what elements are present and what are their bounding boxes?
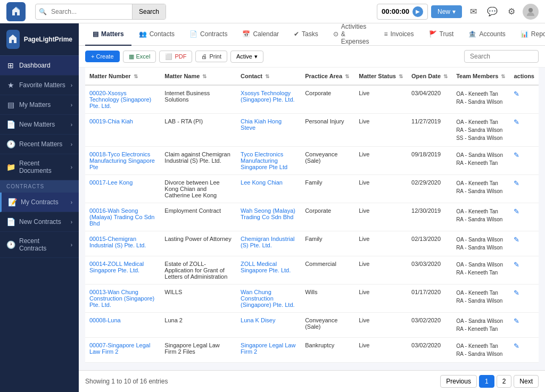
timer-area: 00:00:00 ▶ New ▾ ✉ 💬 ⚙ <box>377 4 539 20</box>
edit-icon[interactable]: ✎ <box>514 151 519 159</box>
edit-icon[interactable]: ✎ <box>514 317 519 325</box>
sidebar-logo: PageLightPrime <box>0 23 79 56</box>
contact-link[interactable]: Xsosys Technology (Singapore) Pte. Ltd. <box>241 90 295 103</box>
col-actions: actions <box>509 68 539 85</box>
tab-reports[interactable]: 📊 Reports <box>513 23 545 46</box>
previous-button[interactable]: Previous <box>440 375 477 388</box>
contact-link[interactable]: Luna K Disey <box>241 317 275 323</box>
sidebar-item-recent-matters[interactable]: 🕐 Recent Matters › <box>0 135 79 154</box>
contracts-section-header: Contracts <box>0 180 79 193</box>
create-button[interactable]: + Create <box>85 51 120 62</box>
print-button[interactable]: 🖨 Print <box>195 51 227 62</box>
cell-matter-status: Live <box>354 338 407 363</box>
active-filter[interactable]: Active ▾ <box>230 51 263 63</box>
contact-link[interactable]: Lee Kong Chian <box>241 179 283 186</box>
new-contract-icon: 📄 <box>6 218 15 226</box>
col-matter-name[interactable]: Matter Name ⇅ <box>160 68 236 85</box>
col-contact[interactable]: Contact ⇅ <box>236 68 301 85</box>
table-search-input[interactable] <box>464 50 539 63</box>
tab-matters[interactable]: ▤ Matters <box>85 23 131 46</box>
cell-contact: Tyco Electronics Manufacturing Singapore… <box>236 147 301 175</box>
search-button[interactable]: Search <box>132 4 166 20</box>
cell-practice-area: Family <box>301 231 354 256</box>
chat-icon[interactable]: 💬 <box>484 4 500 20</box>
contact-link[interactable]: Singapore Legal Law Firm 2 <box>241 342 295 355</box>
matter-number-link[interactable]: 00020-Xsosys Technology (Singapore) Pte.… <box>89 90 151 109</box>
tab-calendar[interactable]: 📅 Calendar <box>235 23 286 46</box>
tab-contacts[interactable]: 👥 Contacts <box>131 23 182 46</box>
next-button[interactable]: Next <box>514 375 539 388</box>
col-matter-status[interactable]: Matter Status ⇅ <box>354 68 407 85</box>
tab-trust[interactable]: 🚩 Trust <box>422 23 461 46</box>
tab-contracts[interactable]: 📄 Contracts <box>182 23 235 46</box>
contacts-icon: 👥 <box>139 30 147 38</box>
mail-icon[interactable]: ✉ <box>465 4 481 20</box>
edit-icon[interactable]: ✎ <box>514 289 519 297</box>
contact-link[interactable]: Tyco Electronics Manufacturing Singapore… <box>241 151 287 170</box>
page-1-button[interactable]: 1 <box>479 375 494 388</box>
col-open-date[interactable]: Open Date ⇅ <box>407 68 452 85</box>
matter-number-link[interactable]: 00016-Wah Seong (Malaya) Trading Co Sdn … <box>89 207 154 227</box>
matter-number-link[interactable]: 00018-Tyco Electronics Manufacturing Sin… <box>89 151 155 170</box>
cell-actions: ✎ <box>509 256 539 285</box>
matter-number-link[interactable]: 00013-Wan Chung Construction (Singapore)… <box>89 289 154 308</box>
table-container: Matter Number ⇅ Matter Name ⇅ Contact ⇅ … <box>79 68 545 370</box>
excel-button[interactable]: ▦ Excel <box>123 51 156 63</box>
cell-matter-name: Luna 2 <box>160 313 236 338</box>
edit-icon[interactable]: ✎ <box>514 207 519 215</box>
matter-number-link[interactable]: 00017-Lee Kong <box>89 179 133 186</box>
cell-actions: ✎ <box>509 285 539 313</box>
sidebar-logo-icon <box>6 30 20 49</box>
matter-number-link[interactable]: 00007-Singapore Legal Law Firm 2 <box>89 342 150 355</box>
sidebar-item-my-matters[interactable]: ▤ My Matters › <box>0 95 79 115</box>
edit-icon[interactable]: ✎ <box>514 236 519 244</box>
chevron-right-icon: › <box>71 122 72 128</box>
contact-link[interactable]: ZOLL Medical Singapore Pte. Ltd. <box>241 261 291 273</box>
table-row: 00008-Luna Luna 2 Luna K Disey Conveyanc… <box>85 313 539 338</box>
edit-icon[interactable]: ✎ <box>514 261 519 269</box>
tab-accounts[interactable]: 🏦 Accounts <box>461 23 513 46</box>
settings-icon[interactable]: ⚙ <box>503 4 519 20</box>
contract-icon: 📝 <box>8 198 16 206</box>
sidebar-item-my-contracts[interactable]: 📝 My Contracts › <box>0 193 79 212</box>
edit-icon[interactable]: ✎ <box>514 118 519 126</box>
clock-icon: 🕐 <box>6 140 15 148</box>
tab-invoices[interactable]: ≡ Invoices <box>377 23 422 46</box>
cell-actions: ✎ <box>509 85 539 114</box>
sidebar-item-new-matters[interactable]: 📄 New Matters › <box>0 115 79 135</box>
tab-activities[interactable]: ⊙ Activities & Expenses <box>326 23 377 46</box>
contact-link[interactable]: Chemigran Industrial (S) Pte. Ltd. <box>241 236 295 248</box>
cell-practice-area: Conveyance (Sale) <box>301 313 354 338</box>
avatar[interactable] <box>523 4 539 20</box>
matter-number-link[interactable]: 00019-Chia Kiah <box>89 118 133 124</box>
contact-link[interactable]: Wan Chung Construction (Singapore) Pte. … <box>241 289 295 308</box>
cell-contact: Wan Chung Construction (Singapore) Pte. … <box>236 285 301 313</box>
col-team-members[interactable]: Team Members ⇅ <box>452 68 509 85</box>
cell-matter-status: Live <box>354 147 407 175</box>
contact-link[interactable]: Chia Kiah Hong Steve <box>241 118 282 131</box>
matter-number-link[interactable]: 00008-Luna <box>89 317 121 323</box>
matter-number-link[interactable]: 00015-Chemigran Industrial (S) Pte. Ltd. <box>89 236 146 248</box>
matter-number-link[interactable]: 00014-ZOLL Medical Singapore Pte. Ltd. <box>89 261 144 273</box>
cell-matter-number: 00017-Lee Kong <box>85 175 160 203</box>
pdf-button[interactable]: ⬜ PDF <box>159 51 192 63</box>
contact-link[interactable]: Wah Seong (Malaya) Trading Co Sdn Bhd <box>241 207 295 220</box>
sidebar-item-label: My Matters <box>19 101 67 109</box>
sidebar-item-favorite-matters[interactable]: ★ Favorite Matters › <box>0 76 79 95</box>
search-icon: 🔍 <box>36 8 47 15</box>
new-button[interactable]: New ▾ <box>431 5 462 18</box>
col-matter-number[interactable]: Matter Number ⇅ <box>85 68 160 85</box>
sidebar-logo-text: PageLightPrime <box>24 36 72 43</box>
sidebar-item-recent-documents[interactable]: 📁 Recent Documents › <box>0 154 79 180</box>
page-2-button[interactable]: 2 <box>497 375 512 388</box>
edit-icon[interactable]: ✎ <box>514 179 519 187</box>
edit-icon[interactable]: ✎ <box>514 342 519 350</box>
play-button[interactable]: ▶ <box>412 6 423 17</box>
search-input[interactable] <box>47 8 132 15</box>
col-practice-area[interactable]: Practice Area ⇅ <box>301 68 354 85</box>
edit-icon[interactable]: ✎ <box>514 90 519 98</box>
tab-tasks[interactable]: ✔ Tasks <box>286 23 326 46</box>
sidebar-item-dashboard[interactable]: ⊞ Dashboard <box>0 56 79 76</box>
sidebar-item-recent-contracts[interactable]: 🕐 Recent Contracts › <box>0 232 79 258</box>
sidebar-item-new-contracts[interactable]: 📄 New Contracts › <box>0 212 79 232</box>
